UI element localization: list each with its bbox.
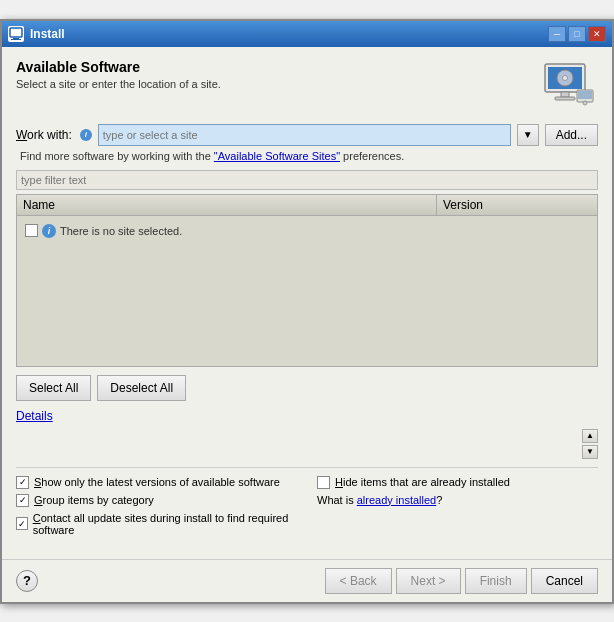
option-hide: Hide items that are already installed xyxy=(317,476,598,489)
help-button[interactable]: ? xyxy=(16,570,38,592)
next-button[interactable]: Next > xyxy=(396,568,461,594)
option-group-checkbox[interactable]: ✓ xyxy=(16,494,29,507)
row-checkbox[interactable] xyxy=(25,224,38,237)
back-button[interactable]: < Back xyxy=(325,568,392,594)
site-input[interactable] xyxy=(98,124,511,146)
title-bar-left: Install xyxy=(8,26,65,42)
title-controls: ─ □ ✕ xyxy=(548,26,606,42)
option-installed-label: What is already installed? xyxy=(317,494,442,506)
page-subtitle: Select a site or enter the location of a… xyxy=(16,78,221,90)
no-site-text: There is no site selected. xyxy=(60,225,182,237)
maximize-button[interactable]: □ xyxy=(568,26,586,42)
cancel-button[interactable]: Cancel xyxy=(531,568,598,594)
nav-buttons: < Back Next > Finish Cancel xyxy=(325,568,598,594)
details-link[interactable]: Details xyxy=(16,409,53,423)
window-title: Install xyxy=(30,27,65,41)
no-site-row: i There is no site selected. xyxy=(23,222,184,240)
svg-rect-2 xyxy=(11,39,21,40)
svg-rect-7 xyxy=(561,92,569,97)
page-title: Available Software xyxy=(16,59,221,75)
svg-rect-10 xyxy=(578,91,592,99)
table-body: i There is no site selected. xyxy=(17,216,597,366)
finish-button[interactable]: Finish xyxy=(465,568,527,594)
content-area: Available Software Select a site or ente… xyxy=(2,47,612,559)
scroll-up-button[interactable]: ▲ xyxy=(582,429,598,443)
filter-row xyxy=(16,170,598,190)
work-with-label: Work with: xyxy=(16,128,72,142)
svg-rect-8 xyxy=(555,97,575,100)
svg-point-6 xyxy=(563,76,568,81)
bottom-bar: ? < Back Next > Finish Cancel xyxy=(2,559,612,602)
title-bar: Install ─ □ ✕ xyxy=(2,21,612,47)
details-section: Details xyxy=(16,409,598,423)
info-icon[interactable]: i xyxy=(80,129,92,141)
separator xyxy=(16,467,598,468)
site-dropdown-button[interactable]: ▼ xyxy=(517,124,539,146)
svg-point-11 xyxy=(583,101,587,105)
options-section: ✓ Show only the latest versions of avail… xyxy=(16,476,598,541)
option-contact-checkbox[interactable]: ✓ xyxy=(16,517,28,530)
scroll-down-button[interactable]: ▼ xyxy=(582,445,598,459)
option-group-label: Group items by category xyxy=(34,494,154,506)
find-more-text: Find more software by working with the "… xyxy=(16,150,598,162)
filter-input[interactable] xyxy=(16,170,598,190)
header-text: Available Software Select a site or ente… xyxy=(16,59,221,90)
option-latest: ✓ Show only the latest versions of avail… xyxy=(16,476,297,489)
options-col-right: Hide items that are already installed Wh… xyxy=(317,476,598,541)
work-with-rest: ork with: xyxy=(27,128,72,142)
option-contact: ✓ Contact all update sites during instal… xyxy=(16,512,297,536)
select-buttons-row: Select All Deselect All xyxy=(16,375,598,401)
work-with-row: Work with: i ▼ Add... xyxy=(16,124,598,146)
add-button[interactable]: Add... xyxy=(545,124,598,146)
table-header-name: Name xyxy=(17,195,437,215)
option-installed-row: What is already installed? xyxy=(317,494,598,506)
software-table: Name Version i There is no site selected… xyxy=(16,194,598,367)
install-window: Install ─ □ ✕ Available Software Select … xyxy=(0,19,614,604)
scroll-controls: ▲ ▼ xyxy=(582,429,598,459)
minimize-button[interactable]: ─ xyxy=(548,26,566,42)
header-section: Available Software Select a site or ente… xyxy=(16,59,598,114)
option-contact-label: Contact all update sites during install … xyxy=(33,512,297,536)
no-site-info-icon: i xyxy=(42,224,56,238)
find-more-before: Find more software by working with the xyxy=(20,150,214,162)
computer-icon xyxy=(539,60,597,112)
option-hide-label: Hide items that are already installed xyxy=(335,476,510,488)
option-latest-checkbox[interactable]: ✓ xyxy=(16,476,29,489)
option-latest-label: Show only the latest versions of availab… xyxy=(34,476,280,488)
table-header: Name Version xyxy=(17,195,597,216)
header-icon xyxy=(538,59,598,114)
work-with-underline: W xyxy=(16,128,27,142)
svg-rect-0 xyxy=(10,28,22,37)
options-col-left: ✓ Show only the latest versions of avail… xyxy=(16,476,297,541)
window-icon xyxy=(8,26,24,42)
deselect-all-button[interactable]: Deselect All xyxy=(97,375,186,401)
close-button[interactable]: ✕ xyxy=(588,26,606,42)
table-header-version: Version xyxy=(437,195,597,215)
select-all-button[interactable]: Select All xyxy=(16,375,91,401)
find-more-after: preferences. xyxy=(340,150,404,162)
available-software-sites-link[interactable]: "Available Software Sites" xyxy=(214,150,340,162)
already-installed-link[interactable]: already installed xyxy=(357,494,437,506)
details-icons-area: ▲ ▼ xyxy=(16,429,598,459)
option-hide-checkbox[interactable] xyxy=(317,476,330,489)
option-group: ✓ Group items by category xyxy=(16,494,297,507)
